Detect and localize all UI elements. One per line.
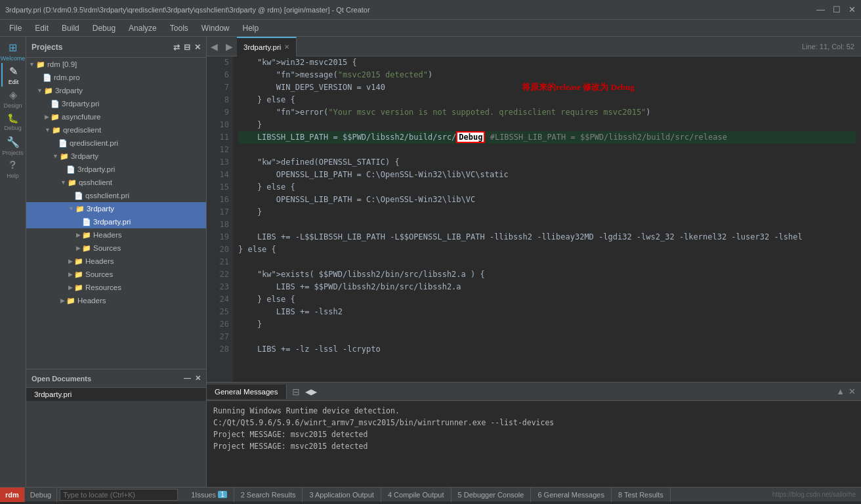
bottom-next[interactable]: ▶ — [311, 387, 317, 396]
status-tab-0[interactable]: 1 Issues1 — [184, 488, 234, 502]
code-line: } — [238, 119, 856, 131]
filter-icon[interactable]: ⊟ — [184, 43, 190, 52]
tree-icon: 📄 — [66, 165, 75, 174]
bottom-close-icon[interactable]: ✕ — [849, 387, 856, 396]
tree-item-3rdpartypri3[interactable]: ▶📄3rdparty.pri — [26, 215, 206, 228]
line-number: 16 — [211, 194, 229, 206]
bottom-prev[interactable]: ◀ — [305, 387, 311, 396]
code-line — [238, 219, 856, 231]
sidebar-design[interactable]: ◈ Design — [1, 87, 25, 110]
tree-item-3rdpartypri1[interactable]: ▶📄3rdparty.pri — [26, 97, 206, 110]
sidebar-debug[interactable]: 🐛 Debug — [1, 110, 25, 134]
line-number: 14 — [211, 169, 229, 181]
status-tab-3[interactable]: 4 Compile Output — [381, 488, 452, 502]
menu-item-file[interactable]: File — [3, 21, 28, 35]
maximize-button[interactable]: ☐ — [833, 5, 841, 14]
status-tab-4[interactable]: 5 Debugger Console — [452, 488, 532, 502]
statusbar-tabs: 1 Issues12 Search Results3 Application O… — [184, 488, 671, 502]
log-line: Project MESSAGE: msvc2015 detected — [213, 429, 854, 440]
status-tab-5[interactable]: 6 General Messages — [531, 488, 612, 502]
code-line: "fn">message("msvc2015 detected") — [238, 69, 856, 81]
locate-input[interactable] — [60, 491, 177, 499]
menu-item-tools[interactable]: Tools — [163, 21, 195, 35]
code-line: WIN_DEPS_VERSION = v140 — [238, 81, 856, 94]
open-documents-header[interactable]: Open Documents — ✕ — [26, 369, 206, 388]
tree-arrow: ▼ — [68, 205, 74, 212]
menu-item-help[interactable]: Help — [236, 21, 266, 35]
sidebar-edit[interactable]: ✎ Edit — [1, 63, 25, 87]
tree-item-qsshclient[interactable]: ▼📁qsshclient — [26, 176, 206, 189]
bottom-tab-icon[interactable]: ⊟ — [287, 387, 305, 397]
code-line: } else { — [238, 94, 856, 106]
tree-icon: 📁 — [51, 113, 60, 121]
tree-item-asyncfuture[interactable]: ▶📁asyncfuture — [26, 110, 206, 123]
code-editor[interactable]: 5678910111213141516171819202122232425262… — [207, 56, 861, 382]
line-col-info: Line: 11, Col: 52 — [802, 43, 861, 51]
tab-forward-button[interactable]: ▶ — [222, 41, 237, 52]
menu-item-build[interactable]: Build — [55, 21, 86, 35]
tab-back-button[interactable]: ◀ — [207, 41, 222, 52]
open-docs-close[interactable]: ✕ — [195, 374, 201, 383]
tree-label: Headers — [85, 257, 114, 265]
tree-item-sources2[interactable]: ▶📁Sources — [26, 268, 206, 281]
open-docs-minimize[interactable]: — — [184, 374, 191, 383]
bottom-panel-controls: ▲ ✕ — [836, 387, 861, 396]
line-number: 22 — [211, 268, 229, 281]
sidebar-projects[interactable]: 🔧 Projects — [1, 134, 25, 158]
editor-tab-active[interactable]: 3rdparty.pri ✕ — [237, 37, 297, 56]
code-content[interactable]: "kw">win32-msvc2015 { "fn">message("msvc… — [233, 56, 861, 382]
tree-item-3rdparty-sub[interactable]: ▼📁3rdparty — [26, 150, 206, 163]
locate-bar[interactable] — [60, 489, 178, 501]
tree-label: Headers — [77, 297, 106, 304]
tree-item-rdm[interactable]: ▼📁rdm [0.9] — [26, 58, 206, 71]
tree-item-qredisclient[interactable]: ▼📁qredisclient — [26, 123, 206, 136]
open-documents-list: 3rdparty.pri — [26, 388, 206, 401]
tree-item-qredisclientpri[interactable]: ▶📄qredisclient.pri — [26, 136, 206, 150]
tree-label: Headers — [93, 231, 121, 239]
debug-status[interactable]: Debug — [25, 488, 57, 502]
open-documents-panel: Open Documents — ✕ 3rdparty.pri — [26, 369, 206, 487]
tree-item-3rdparty-deep[interactable]: ▼📁3rdparty — [26, 202, 206, 215]
line-number: 28 — [211, 343, 229, 356]
minimize-button[interactable]: — — [816, 5, 825, 14]
sidebar-welcome[interactable]: ⊞ Welcome — [1, 39, 25, 63]
main-area: ⊞ Welcome ✎ Edit ◈ Design 🐛 Debug 🔧 Proj… — [0, 37, 861, 487]
tree-arrow: ▶ — [68, 258, 73, 264]
menu-item-analyze[interactable]: Analyze — [122, 21, 163, 35]
tree-label: qredisclient — [63, 126, 101, 134]
close-button[interactable]: ✕ — [849, 5, 856, 14]
tree-label: qsshclient — [79, 178, 112, 186]
status-tab-6[interactable]: 8 Test Results — [612, 488, 671, 502]
bottom-tab-general-messages[interactable]: General Messages — [207, 385, 287, 399]
bottom-maximize-icon[interactable]: ▲ — [836, 387, 845, 396]
tree-item-headers2[interactable]: ▶📁Headers — [26, 255, 206, 268]
sync-icon[interactable]: ⇄ — [173, 43, 180, 52]
panel-close-icon[interactable]: ✕ — [194, 43, 201, 52]
statusbar: rdm Debug 1 Issues12 Search Results3 App… — [0, 487, 861, 501]
tree-item-sources1[interactable]: ▶📁Sources — [26, 242, 206, 255]
status-tab-1[interactable]: 2 Search Results — [234, 488, 303, 502]
menu-item-window[interactable]: Window — [195, 21, 236, 35]
menu-item-debug[interactable]: Debug — [86, 21, 122, 35]
tree-arrow: ▼ — [52, 153, 58, 159]
open-doc-item[interactable]: 3rdparty.pri — [26, 388, 206, 401]
tree-arrow: ▼ — [60, 179, 66, 186]
status-tab-2[interactable]: 3 Application Output — [303, 488, 381, 502]
tab-label: 3rdparty.pri — [243, 43, 281, 51]
stab-label: 6 General Messages — [537, 491, 604, 499]
tab-close-button[interactable]: ✕ — [284, 43, 289, 51]
menu-item-edit[interactable]: Edit — [28, 21, 55, 35]
tree-item-3rdparty-root[interactable]: ▼📁3rdparty — [26, 84, 206, 97]
tree-item-qsshclientpri[interactable]: ▶📄qsshclient.pri — [26, 189, 206, 202]
line-number: 17 — [211, 206, 229, 219]
sidebar-help[interactable]: ? Help — [1, 158, 25, 181]
tree-item-resources[interactable]: ▶📁Resources — [26, 281, 206, 294]
tree-arrow: ▶ — [76, 232, 81, 238]
bottom-content: Running Windows Runtime device detection… — [207, 401, 861, 487]
tree-item-rdmpro[interactable]: ▶📄rdm.pro — [26, 71, 206, 84]
tree-item-headers3[interactable]: ▶📁Headers — [26, 294, 206, 307]
tree-icon: 📁 — [82, 244, 91, 253]
tree-item-3rdpartypri2[interactable]: ▶📄3rdparty.pri — [26, 163, 206, 176]
code-line: } — [238, 206, 856, 219]
tree-item-headers1[interactable]: ▶📁Headers — [26, 228, 206, 242]
